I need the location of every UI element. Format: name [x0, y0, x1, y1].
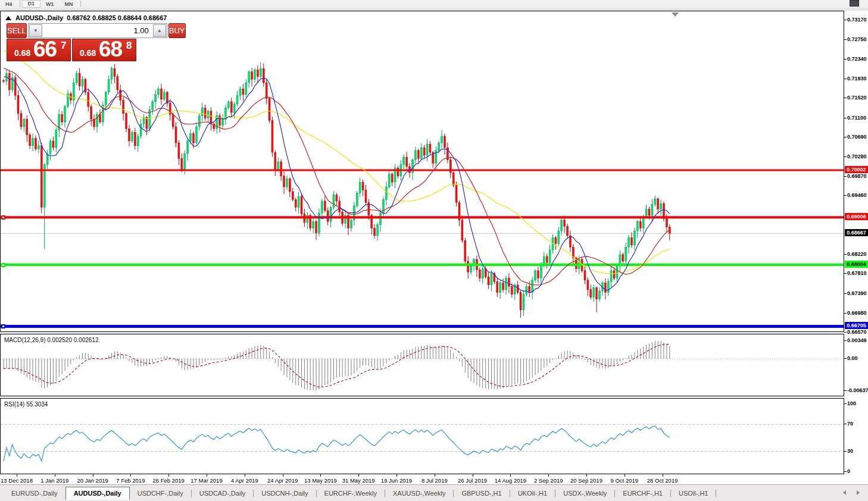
- chart-tab-xauusd[interactable]: XAUUSD-,Weekly: [385, 488, 453, 499]
- chart-tab-usdchf[interactable]: USDCHF-,Daily: [130, 488, 191, 499]
- axis-tick-mark: [844, 332, 847, 333]
- chart-tab-eurusd[interactable]: EURUSD-,Daily: [4, 488, 65, 499]
- volume-input[interactable]: [43, 24, 152, 37]
- date-tick-mark: [320, 474, 321, 477]
- date-tick-mark: [663, 474, 663, 477]
- date-tick-mark: [207, 474, 207, 477]
- collapse-triangle-icon[interactable]: [5, 16, 11, 20]
- date-label: 7 Feb 2019: [116, 477, 145, 484]
- level-line-marker[interactable]: [1, 263, 5, 267]
- timeframe-button-w1[interactable]: W1: [40, 1, 60, 8]
- rsi-label: RSI(14) 55.3034: [4, 401, 48, 408]
- date-tick-mark: [548, 474, 549, 477]
- date-label: 4 Apr 2019: [231, 477, 258, 484]
- rsi-indicator-pane[interactable]: RSI(14) 55.3034: [0, 398, 844, 474]
- sell-price-big: 66: [33, 37, 57, 62]
- chart-tab-usdcnh[interactable]: USDCNH-,Daily: [254, 488, 316, 499]
- timeframe-button-mn[interactable]: MN: [60, 1, 79, 8]
- date-tick-mark: [283, 474, 283, 477]
- date-tick-mark: [510, 474, 511, 477]
- date-tick-mark: [130, 474, 131, 477]
- tab-scroll-right-icon[interactable]: [857, 490, 860, 495]
- chart-tab-usdx[interactable]: USDX-,Weekly: [555, 488, 614, 499]
- toolbar-separator: [20, 1, 20, 7]
- tab-scroll-left-icon[interactable]: [843, 490, 846, 495]
- buy-price-sup: 8: [126, 40, 132, 52]
- axis-tick-mark: [844, 424, 847, 424]
- level-price-label: 0.69006: [845, 213, 868, 220]
- axis-tick-mark: [844, 390, 847, 391]
- date-tick-mark: [625, 474, 625, 477]
- chart-tab-audusd[interactable]: AUDUSD-,Daily: [65, 487, 130, 500]
- level-line-marker[interactable]: [1, 324, 5, 328]
- chart-title: AUDUSD-,Daily 0.68762 0.68825 0.68644 0.…: [5, 14, 167, 21]
- date-label: 13 May 2019: [304, 477, 337, 484]
- date-tick-mark: [55, 474, 55, 477]
- toolbar-corner-icon[interactable]: [850, 0, 859, 7]
- date-label: 14 Aug 2019: [495, 477, 526, 484]
- axis-tick-mark: [844, 156, 847, 157]
- volume-decrease-button[interactable]: ▼: [29, 24, 42, 37]
- macd-chart[interactable]: [1, 334, 844, 396]
- date-axis[interactable]: 13 Dec 20181 Jan 201920 Jan 20197 Feb 20…: [0, 474, 868, 484]
- level-marker-dot: [2, 264, 4, 266]
- date-label: 20 Jan 2019: [77, 477, 108, 484]
- chart-tab-usoil[interactable]: USOil-,H1: [671, 488, 716, 499]
- sell-price-small: 0.68: [14, 48, 30, 58]
- chart-tab-eurchf[interactable]: EURCHF-,H1: [615, 488, 670, 499]
- axis-tick-mark: [844, 340, 847, 341]
- macd-indicator-pane[interactable]: MACD(12,26,9) 0.002520 0.002612: [0, 334, 844, 396]
- date-label: 24 Apr 2019: [267, 477, 298, 484]
- axis-tick-label: 0.72340: [847, 56, 867, 62]
- date-tick-mark: [17, 474, 17, 477]
- price-chart-pane[interactable]: AUDUSD-,Daily 0.68762 0.68825 0.68644 0.…: [0, 11, 844, 332]
- axis-tick-label: 0.67390: [847, 290, 867, 296]
- chart-shift-marker-icon[interactable]: [672, 12, 679, 17]
- axis-tick-label: 70: [847, 421, 853, 427]
- level-price-label: 0.68004: [845, 261, 868, 268]
- trading-platform-window: H4D1W1MN AUDUSD-,Daily 0.68762 0.68825 0…: [0, 0, 868, 501]
- chart-tab-usdcad[interactable]: USDCAD-,Daily: [192, 488, 254, 499]
- date-label: 28 Oct 2019: [647, 477, 678, 484]
- level-price-label: 0.70002: [845, 166, 868, 173]
- sell-price-sup: 7: [61, 40, 66, 52]
- axis-tick-label: 0.69870: [847, 173, 867, 179]
- date-tick-mark: [473, 474, 473, 477]
- date-label: 19 Jun 2019: [381, 477, 412, 484]
- tab-separator: [716, 490, 716, 497]
- axis-tick-mark: [844, 451, 847, 452]
- axis-tick-mark: [844, 313, 847, 314]
- axis-tick-label: 0.00: [847, 355, 858, 361]
- axis-tick-mark: [844, 254, 847, 255]
- price-axis[interactable]: 0.731700.727500.723400.719300.715200.711…: [844, 11, 868, 474]
- timeframe-button-d1[interactable]: D1: [22, 0, 41, 8]
- volume-increase-button[interactable]: ▲: [153, 24, 166, 37]
- chart-tab-gbpusd[interactable]: GBPUSD-,H1: [454, 488, 509, 499]
- toolbar-separator: [80, 1, 81, 7]
- rsi-chart[interactable]: [1, 399, 844, 474]
- sell-button[interactable]: SELL: [7, 23, 27, 38]
- date-label: 9 Oct 2019: [611, 477, 638, 484]
- axis-tick-mark: [844, 39, 847, 40]
- level-line-marker[interactable]: [1, 215, 5, 220]
- axis-tick-mark: [844, 358, 847, 359]
- axis-tick-mark: [844, 98, 847, 98]
- axis-tick-mark: [844, 403, 847, 404]
- axis-tick-label: 100: [847, 400, 856, 406]
- date-label: 26 Feb 2019: [153, 477, 185, 484]
- axis-tick-label: 0.70690: [847, 134, 867, 140]
- chart-ohlc-values: 0.68762 0.68825 0.68644 0.68667: [67, 14, 167, 21]
- buy-price-box[interactable]: 0.68 68 8: [72, 39, 136, 61]
- date-tick-mark: [168, 474, 169, 477]
- date-label: 17 Mar 2019: [191, 477, 222, 484]
- volume-spinner: ▼ ▲: [28, 23, 167, 38]
- chart-tab-ukoil[interactable]: UKOil-,H1: [510, 488, 555, 499]
- timeframe-button-h4[interactable]: H4: [0, 1, 18, 8]
- axis-tick-mark: [844, 293, 847, 294]
- buy-button[interactable]: BUY: [168, 23, 186, 38]
- chart-tab-eurchf[interactable]: EURCHF-,Weekly: [317, 488, 385, 499]
- axis-tick-label: 0.71520: [847, 95, 867, 101]
- sell-price-box[interactable]: 0.68 66 7: [7, 39, 71, 61]
- date-label: 13 Dec 2018: [1, 477, 33, 484]
- date-label: 1 Jan 2019: [40, 477, 68, 484]
